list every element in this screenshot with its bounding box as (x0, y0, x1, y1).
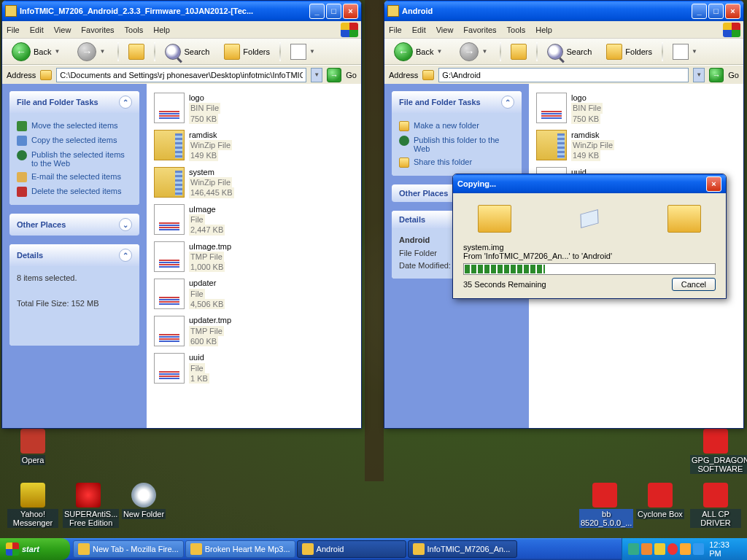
folder-source-icon (478, 205, 511, 233)
file-item[interactable]: logo BIN File 750 KB (152, 90, 355, 127)
back-button[interactable]: ←Back▼ (7, 39, 68, 64)
addressbar-right: Address ▼ →Go (384, 65, 743, 84)
close-button[interactable]: × (725, 4, 740, 19)
tray-icon[interactable] (693, 543, 704, 555)
menu-tools[interactable]: Tools (507, 26, 526, 34)
window-title-right: Android (402, 7, 692, 15)
address-drop[interactable]: ▼ (693, 68, 705, 82)
menu-view[interactable]: View (436, 26, 454, 34)
taskbar-button[interactable]: Broken Heart Me Mp3... (185, 540, 295, 558)
address-input[interactable] (438, 68, 689, 82)
menu-edit[interactable]: Edit (30, 26, 44, 34)
taskbar-button[interactable]: Android (297, 540, 406, 558)
forward-button[interactable]: →▼ (454, 39, 495, 64)
windows-flag-icon (723, 23, 740, 37)
address-drop[interactable]: ▼ (311, 68, 322, 82)
desktop-icon-newfolder[interactable]: New Folder (118, 483, 169, 519)
desktop-icon-bb[interactable]: bb 8520_5.0.0_... (579, 483, 630, 528)
file-item[interactable]: uImage File 2,447 KB (152, 201, 355, 238)
task-email[interactable]: E-mail the selected items (17, 170, 132, 184)
file-item[interactable]: ramdisk WinZip File 149 KB (152, 127, 355, 164)
menu-edit[interactable]: Edit (412, 26, 426, 34)
maximize-button[interactable]: □ (326, 4, 341, 19)
back-button[interactable]: ←Back▼ (389, 39, 450, 64)
taskbar-button[interactable]: New Tab - Mozilla Fire... (73, 540, 184, 558)
taskbar-button[interactable]: InfoTMIC_M7206_An... (408, 540, 517, 558)
menu-file[interactable]: File (7, 26, 20, 34)
go-button[interactable]: → (327, 68, 341, 82)
menu-tools[interactable]: Tools (125, 26, 144, 34)
desktop-icon-opera[interactable]: Opera (7, 429, 58, 465)
app-icon (190, 543, 202, 555)
search-button[interactable]: Search (542, 41, 597, 63)
folders-button[interactable]: Folders (219, 41, 275, 63)
desktop-icon-allcp[interactable]: ALL CP DRIVER (690, 483, 741, 528)
taskbar-clock[interactable]: 12:33 PM (709, 540, 741, 558)
up-button[interactable] (123, 41, 150, 63)
expand-icon[interactable]: ⌄ (119, 218, 132, 231)
menu-help[interactable]: Help (535, 26, 552, 34)
dialog-close-button[interactable]: × (706, 176, 721, 192)
other-places: Other Places⌄ (9, 214, 139, 236)
start-button[interactable]: start (0, 538, 70, 560)
tray-volume-icon[interactable] (680, 543, 691, 555)
cancel-button[interactable]: Cancel (672, 278, 716, 291)
task-delete[interactable]: Delete the selected items (17, 184, 132, 199)
task-publish[interactable]: Publish this folder to the Web (399, 133, 514, 155)
titlebar-right[interactable]: Android _ □ × (384, 1, 743, 21)
file-item[interactable]: ramdisk WinZip File 149 KB (535, 127, 738, 164)
maximize-button[interactable]: □ (708, 4, 724, 19)
file-item[interactable]: uImage.tmp TMP File 1,000 KB (152, 238, 355, 276)
tray-icon[interactable] (641, 543, 652, 555)
task-share[interactable]: Share this folder (399, 155, 514, 170)
menu-help[interactable]: Help (153, 26, 170, 34)
toolbar-left: ←Back▼ →▼ Search Folders ▼ (2, 39, 361, 65)
titlebar-left[interactable]: InfoTMIC_M7206_Android_2.3.3_Firmware_10… (2, 1, 361, 21)
menu-favorites[interactable]: Favorites (81, 26, 114, 34)
task-newfolder[interactable]: Make a new folder (399, 119, 514, 133)
file-name: uImage (189, 204, 225, 214)
file-icon (154, 130, 185, 160)
task-copy[interactable]: Copy the selected items (17, 133, 132, 148)
address-input[interactable] (56, 68, 306, 82)
up-button[interactable] (506, 41, 532, 63)
collapse-icon[interactable]: ⌃ (119, 249, 132, 262)
file-item[interactable]: updater.tmp TMP File 600 KB (152, 312, 355, 349)
go-button[interactable]: → (709, 68, 724, 82)
menu-view[interactable]: View (54, 26, 71, 34)
tray-icon[interactable] (628, 543, 639, 555)
folders-button[interactable]: Folders (601, 41, 657, 63)
desktop-icon-cyclone[interactable]: Cyclone Box (635, 483, 686, 519)
search-button[interactable]: Search (160, 41, 214, 63)
forward-button[interactable]: →▼ (72, 39, 113, 64)
menu-file[interactable]: File (389, 26, 402, 34)
file-item[interactable]: updater File 4,506 KB (152, 275, 355, 312)
close-button[interactable]: × (343, 4, 358, 19)
dialog-titlebar[interactable]: Copying... × (453, 174, 726, 193)
file-name: ramdisk (571, 130, 614, 140)
desktop-icon-yahoo[interactable]: Yahoo! Messenger (7, 483, 58, 528)
file-folder-tasks: File and Folder Tasks⌃ Make a new folder… (392, 91, 522, 176)
tray-icon[interactable] (667, 543, 678, 555)
views-button[interactable]: ▼ (285, 41, 323, 63)
views-button[interactable]: ▼ (667, 41, 705, 63)
menu-favorites[interactable]: Favorites (463, 26, 496, 34)
desktop-icon-gpg[interactable]: GPG_DRAGON SOFTWARE (690, 429, 741, 474)
minimize-button[interactable]: _ (309, 4, 325, 19)
file-name: ramdisk (189, 130, 232, 140)
collapse-icon[interactable]: ⌃ (501, 96, 514, 109)
file-item[interactable]: uuid File 1 KB (152, 349, 355, 386)
file-list-left[interactable]: logo BIN File 750 KB ramdisk WinZip File… (147, 84, 361, 428)
task-move[interactable]: Move the selected items (17, 119, 132, 133)
file-item[interactable]: system WinZip File 146,445 KB (152, 164, 355, 201)
system-tray[interactable]: 12:33 PM (622, 538, 747, 560)
sidepanel-left: File and Folder Tasks⌃ Move the selected… (2, 84, 147, 428)
desktop-icon-superanti[interactable]: SUPERAntiS... Free Edition (63, 483, 114, 528)
task-publish[interactable]: Publish the selected items to the Web (17, 148, 132, 170)
tray-icon[interactable] (654, 543, 665, 555)
app-icon (78, 543, 90, 555)
file-item[interactable]: logo BIN File 750 KB (535, 90, 738, 127)
collapse-icon[interactable]: ⌃ (119, 96, 132, 109)
minimize-button[interactable]: _ (692, 4, 707, 19)
file-name: logo (189, 93, 220, 103)
